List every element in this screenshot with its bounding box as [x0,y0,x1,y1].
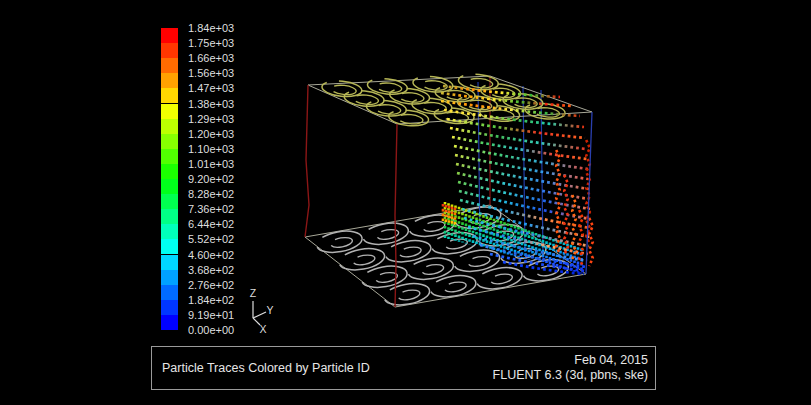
colormap-band [161,209,178,224]
bottom-coil-inner [375,271,398,284]
top-coil-inner [331,84,357,96]
colormap-label: 7.36e+02 [188,202,234,216]
caption-meta: Feb 04, 2015 FLUENT 6.3 (3d, pbns, ske) [493,353,648,383]
bottom-coil [452,247,501,275]
caption-date: Feb 04, 2015 [493,353,648,368]
bottom-coil [475,264,524,292]
bottom-coil [337,245,386,273]
colormap-band [161,300,178,315]
colormap-label: 1.01e+03 [188,157,234,171]
box-left-edge [305,85,309,237]
colormap-band [161,104,178,119]
colormap-band [161,43,178,58]
top-coil-inner [375,104,401,116]
colormap-label: 1.84e+03 [188,21,234,35]
bottom-coil-inner [399,246,422,259]
box-right-edge [586,112,592,274]
colormap-label: 1.10e+03 [188,142,234,156]
bottom-coil [382,280,431,308]
bottom-coil [361,220,410,248]
colormap-band [161,285,178,300]
colormap-band [161,255,178,270]
colormap-band [161,179,178,194]
colormap-band [161,270,178,285]
colormap-band [161,164,178,179]
top-coil-inner [421,101,447,113]
colormap-band [161,239,178,254]
colormap-band [161,149,178,164]
fluent-graphics-window: ZYX 1.84e+031.75e+031.66e+031.56e+031.47… [0,0,811,405]
colormap-label: 1.29e+03 [188,112,234,126]
particle-trace-streak [572,195,576,259]
bottom-coil [315,228,364,256]
colormap-band [161,134,178,149]
top-coil-inner [353,94,379,106]
top-coil-inner [399,92,425,104]
bottom-coil-inner [490,273,513,286]
bottom-coil-inner [467,255,490,268]
bottom-coil [360,263,409,291]
bottom-coil [384,237,433,265]
colormap-label: 2.76e+02 [188,278,234,292]
particle-trace-row [444,110,584,127]
colormap-label: 5.52e+02 [188,232,234,246]
particle-trace-streak [564,175,568,255]
top-coil-inner [467,77,493,89]
bottom-coil-inner [421,263,444,276]
colormap-label: 4.60e+02 [188,248,234,262]
colormap-label: 1.84e+02 [188,293,234,307]
bottom-coil [406,255,455,283]
colormap-label: 6.44e+02 [188,217,234,231]
colormap-label: 9.20e+02 [188,172,234,186]
colormap-label: 8.28e+02 [188,187,234,201]
caption-app-version: FLUENT 6.3 (3d, pbns, ske) [493,368,648,383]
colormap-band [161,194,178,209]
colormap-band [161,28,178,43]
colormap-band [161,88,178,103]
colormap-legend: 1.84e+031.75e+031.66e+031.56e+031.47e+03… [161,28,271,348]
caption-bar: Particle Traces Colored by Particle ID F… [151,346,656,390]
colormap-label: 0.00e+00 [188,323,234,337]
bottom-coil-inner [352,254,375,267]
box-front-edge [395,124,397,307]
colormap-label: 9.19e+01 [188,308,234,322]
colormap-label: 1.47e+03 [188,81,234,95]
colormap-label: 1.38e+03 [188,97,234,111]
caption-title: Particle Traces Colored by Particle ID [162,361,370,375]
bottom-coil [430,229,479,257]
bottom-coil-inner [422,220,445,233]
colormap-band [161,119,178,134]
colormap-band [161,224,178,239]
bottom-coil-inner [397,289,420,302]
top-coil-inner [376,82,402,94]
graphics-viewport-3d[interactable]: ZYX [0,0,811,405]
colormap-label: 3.68e+02 [188,263,234,277]
colormap-label: 1.20e+03 [188,127,234,141]
colormap-label: 1.66e+03 [188,51,234,65]
bottom-coil-inner [444,281,467,294]
colormap-band [161,315,178,330]
colormap-band [161,73,178,88]
bottom-coil-inner [330,236,353,249]
colormap-label: 1.56e+03 [188,66,234,80]
colormap-band [161,58,178,73]
bottom-coil [429,272,478,300]
colormap-label: 1.75e+03 [188,36,234,50]
